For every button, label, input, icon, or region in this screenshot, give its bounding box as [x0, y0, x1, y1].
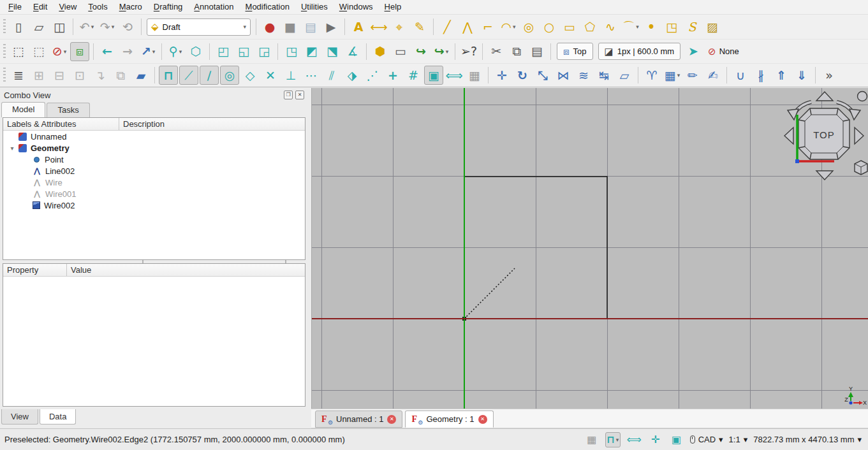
menu-help[interactable]: Help: [379, 0, 408, 14]
clone-button[interactable]: ♈: [642, 66, 661, 85]
make-link-button[interactable]: ↪: [411, 42, 430, 61]
macro-stop-button[interactable]: ■: [281, 17, 300, 36]
draft-polygon-button[interactable]: ⬠: [580, 17, 600, 36]
tree-header-description[interactable]: Description: [119, 118, 168, 130]
menu-tools[interactable]: Tools: [82, 0, 113, 14]
annotation-styles-button[interactable]: ✎: [410, 17, 429, 36]
snap-parallel-button[interactable]: ⫽: [322, 66, 341, 85]
join-button[interactable]: ∪: [731, 66, 750, 85]
navigation-style-selector[interactable]: CAD▾: [690, 435, 723, 444]
open-document-button[interactable]: ▱: [29, 17, 48, 36]
move-button[interactable]: ✛: [492, 66, 511, 85]
navigation-cube[interactable]: TOP: [779, 89, 868, 182]
select-bounding-box-button[interactable]: ⧈: [70, 42, 89, 61]
draft-dimension-button[interactable]: ⟷: [369, 17, 388, 36]
bottom-view-button[interactable]: ◩: [302, 42, 321, 61]
construction-mode-button[interactable]: ➤: [684, 42, 703, 61]
menu-edit[interactable]: Edit: [27, 0, 53, 14]
macro-dialog-button[interactable]: ▤: [301, 17, 320, 36]
array-tools-button[interactable]: ▦▾: [663, 66, 682, 85]
snap-center-button[interactable]: ◎: [220, 66, 239, 85]
snap-intersection-button[interactable]: ✕: [261, 66, 280, 85]
float-panel-icon[interactable]: ❐: [284, 91, 293, 99]
draft-rectangle-button[interactable]: ▭: [560, 17, 579, 36]
front-view-button[interactable]: ◰: [214, 42, 233, 61]
tree-item-line002[interactable]: ⋀Line002: [3, 165, 305, 177]
status-snap-ortho-button[interactable]: ✛: [648, 432, 663, 447]
menu-windows[interactable]: Windows: [334, 0, 379, 14]
working-plane-button[interactable]: ⧈Top: [557, 43, 593, 60]
draft-bezier-button[interactable]: ⌒▾: [621, 17, 640, 36]
snap-lock-button[interactable]: ⊓: [159, 66, 178, 85]
toolbar-grip[interactable]: [3, 68, 6, 83]
line002-dashed[interactable]: [464, 268, 515, 319]
tree-item-wire[interactable]: ⋀Wire: [3, 177, 305, 188]
toolbar-grip[interactable]: [3, 44, 6, 59]
menu-file[interactable]: File: [3, 0, 27, 14]
toolbar-grip[interactable]: [3, 19, 6, 34]
status-snap-dimensions-button[interactable]: ⟺: [626, 432, 642, 447]
snap-special-button[interactable]: ⬗: [342, 66, 362, 85]
right-view-button[interactable]: ◲: [254, 42, 274, 61]
tree-item-wire001[interactable]: ⋀Wire001: [3, 188, 305, 200]
snap-dimensions-button[interactable]: ⟺: [445, 66, 464, 85]
draft-fillet-button[interactable]: ⌐: [478, 17, 497, 36]
toolbar-overflow-button[interactable]: »: [820, 66, 839, 85]
tab-view[interactable]: View: [1, 409, 38, 425]
offset-button[interactable]: ≋: [574, 66, 593, 85]
stretch-button[interactable]: ▱: [615, 66, 634, 85]
menu-drafting[interactable]: Drafting: [148, 0, 189, 14]
navigate-back-button[interactable]: ←: [98, 42, 117, 61]
autogroup-button[interactable]: ⊘None: [704, 43, 743, 60]
status-snap-lock-button[interactable]: ⊓▾: [605, 432, 621, 447]
split-button[interactable]: ∦: [751, 66, 770, 85]
status-working-plane-button[interactable]: ▣: [669, 432, 684, 447]
tree-item-point[interactable]: Point: [3, 154, 305, 165]
trim-button[interactable]: ↹: [594, 66, 614, 85]
isometric-view-button[interactable]: ⬡: [186, 42, 205, 61]
save-button[interactable]: ◫: [50, 17, 69, 36]
create-group-button[interactable]: ▭: [391, 42, 410, 61]
draft-ellipse-button[interactable]: ○: [540, 17, 559, 36]
snap-near-button[interactable]: ⋰: [363, 66, 382, 85]
navigate-forward-button[interactable]: →: [118, 42, 137, 61]
tab-tasks[interactable]: Tasks: [47, 103, 89, 117]
expander-icon[interactable]: ▾: [6, 145, 18, 152]
draft-text-button[interactable]: A: [349, 17, 368, 36]
close-tab-icon[interactable]: ✕: [387, 415, 396, 424]
menu-utilities[interactable]: Utilities: [295, 0, 334, 14]
snap-angle-button[interactable]: ◇: [240, 66, 260, 85]
tree-header-labels[interactable]: Labels & Attributes: [3, 118, 119, 130]
toggle-grid-button[interactable]: ▦: [465, 66, 484, 85]
document-tab-geometry-1[interactable]: F⚙Geometry : 1✕: [405, 410, 493, 428]
snap-endpoint-button[interactable]: ⟋: [179, 66, 198, 85]
paste-button[interactable]: ▤: [527, 42, 547, 61]
box-element-selection-button[interactable]: ⬚: [29, 42, 48, 61]
draft-to-sketch-button[interactable]: ✏: [683, 66, 702, 85]
snap-grid-button[interactable]: #: [404, 66, 423, 85]
snap-working-plane-button[interactable]: ▣: [424, 66, 443, 85]
property-column-header[interactable]: Property: [3, 264, 67, 276]
snap-perpendicular-button[interactable]: ⊥: [281, 66, 300, 85]
new-document-button[interactable]: ▯: [9, 17, 28, 36]
document-tab-unnamed-1[interactable]: F⚙Unnamed : 1✕: [315, 410, 402, 428]
copy-button[interactable]: ⧉: [507, 42, 526, 61]
tree-item-geometry[interactable]: ▾Geometry: [3, 142, 305, 154]
scale-button[interactable]: ⤡: [533, 66, 552, 85]
wire-rectangle[interactable]: [464, 177, 607, 319]
downgrade-button[interactable]: ⇓: [792, 66, 811, 85]
layers-button[interactable]: ≣: [9, 66, 28, 85]
draft-arc-button[interactable]: ◠▾: [499, 17, 518, 36]
snap-midpoint-button[interactable]: ∕: [200, 66, 219, 85]
status-grid-toggle[interactable]: ▦: [584, 432, 600, 447]
fit-all-button[interactable]: ⚲▾: [166, 42, 185, 61]
box-selection-button[interactable]: ⬚: [9, 42, 28, 61]
value-column-header[interactable]: Value: [67, 264, 95, 276]
close-panel-icon[interactable]: ✕: [295, 91, 304, 99]
snap-extension-button[interactable]: ⋯: [302, 66, 321, 85]
line-style-button[interactable]: ◪1px | 600.0 mm: [598, 43, 681, 60]
macro-play-button[interactable]: ▶: [321, 17, 341, 36]
menu-view[interactable]: View: [53, 0, 82, 14]
menu-modification[interactable]: Modification: [240, 0, 295, 14]
nav-cube-top-label[interactable]: TOP: [813, 129, 835, 140]
